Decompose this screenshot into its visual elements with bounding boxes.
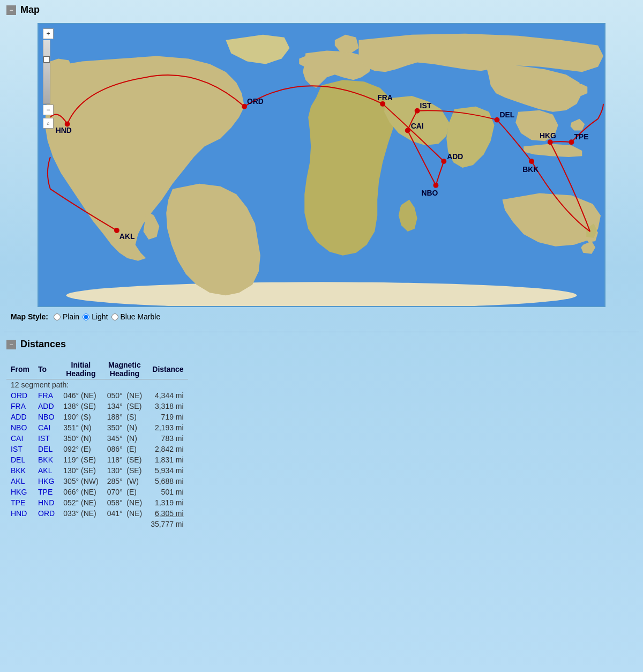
cell-from: ORD	[6, 390, 34, 401]
svg-point-10	[405, 128, 410, 133]
col-magnetic-heading: MagneticHeading	[103, 360, 147, 379]
table-row: ADD NBO 190° (S) 188° (S) 719 mi	[6, 412, 188, 422]
table-row: IST DEL 092° (E) 086° (E) 2,842 mi	[6, 444, 188, 454]
segment-info-row: 12 segment path:	[6, 379, 188, 391]
cell-init-heading: 033° (NE)	[59, 508, 103, 519]
svg-text:NBO: NBO	[422, 189, 438, 197]
svg-point-12	[441, 159, 446, 164]
cell-mag-heading: 285° (W)	[103, 476, 147, 487]
cell-init-heading: 119° (SE)	[59, 454, 103, 465]
map-style-light-label[interactable]: Light	[83, 312, 108, 321]
cell-to: AKL	[34, 465, 59, 476]
cell-from: FRA	[6, 401, 34, 412]
map-svg: HND ORD FRA IST CAI ADD NBO DEL BKK	[39, 24, 604, 306]
from-link[interactable]: ADD	[11, 413, 27, 421]
map-style-plain-label[interactable]: Plain	[54, 312, 79, 321]
cell-distance: 501 mi	[146, 487, 188, 497]
to-link[interactable]: IST	[38, 434, 50, 443]
map-style-light-radio[interactable]	[83, 313, 89, 320]
table-row: NBO CAI 351° (N) 350° (N) 2,193 mi	[6, 422, 188, 433]
map-collapse-button[interactable]: −	[6, 5, 16, 15]
zoom-out-button[interactable]: −	[43, 104, 54, 115]
to-link[interactable]: BKK	[38, 456, 53, 464]
zoom-controls: + − ⌂	[43, 28, 54, 129]
zoom-slider[interactable]	[43, 40, 50, 104]
map-style-bluemarble-text: Blue Marble	[121, 312, 161, 321]
to-link[interactable]: TPE	[38, 488, 53, 496]
from-link[interactable]: CAI	[11, 434, 23, 443]
cell-init-heading: 046° (NE)	[59, 390, 103, 401]
map-style-bluemarble-radio[interactable]	[111, 313, 118, 320]
distances-section-header: − Distances	[0, 334, 643, 354]
from-link[interactable]: HKG	[11, 488, 27, 496]
to-link[interactable]: HND	[38, 498, 54, 507]
col-from: From	[6, 360, 34, 379]
from-link[interactable]: TPE	[11, 498, 25, 507]
to-link[interactable]: AKL	[38, 466, 52, 475]
svg-text:HKG: HKG	[540, 131, 556, 140]
distances-collapse-button[interactable]: −	[6, 340, 16, 349]
cell-mag-heading: 345° (N)	[103, 433, 147, 444]
zoom-reset-button[interactable]: ⌂	[43, 118, 54, 129]
map-section-header: − Map	[0, 0, 643, 20]
svg-point-6	[380, 101, 385, 107]
to-link[interactable]: ORD	[38, 509, 55, 518]
svg-point-16	[495, 117, 500, 123]
cell-to: TPE	[34, 487, 59, 497]
cell-to: HND	[34, 497, 59, 508]
cell-to: NBO	[34, 412, 59, 422]
from-link[interactable]: AKL	[11, 477, 25, 486]
cell-from: AKL	[6, 476, 34, 487]
table-row: FRA ADD 138° (SE) 134° (SE) 3,318 mi	[6, 401, 188, 412]
svg-point-20	[548, 139, 553, 145]
cell-mag-heading: 041° (NE)	[103, 508, 147, 519]
svg-text:ORD: ORD	[247, 97, 264, 106]
from-link[interactable]: IST	[11, 445, 23, 453]
svg-text:IST: IST	[420, 101, 432, 110]
svg-text:CAI: CAI	[411, 122, 424, 130]
distances-table: From To InitialHeading MagneticHeading D…	[6, 360, 188, 529]
cell-mag-heading: 130° (SE)	[103, 465, 147, 476]
from-link[interactable]: DEL	[11, 456, 25, 464]
svg-text:HND: HND	[56, 126, 72, 135]
to-link[interactable]: CAI	[38, 423, 50, 432]
cell-mag-heading: 058° (NE)	[103, 497, 147, 508]
svg-point-14	[433, 183, 438, 188]
svg-point-24	[114, 228, 119, 233]
svg-text:AKL: AKL	[119, 232, 135, 241]
to-link[interactable]: NBO	[38, 413, 54, 421]
cell-distance: 5,934 mi	[146, 465, 188, 476]
from-link[interactable]: NBO	[11, 423, 27, 432]
cell-distance: 5,688 mi	[146, 476, 188, 487]
zoom-in-button[interactable]: +	[43, 28, 54, 39]
map-style-bluemarble-label[interactable]: Blue Marble	[111, 312, 161, 321]
cell-to: DEL	[34, 444, 59, 454]
from-link[interactable]: FRA	[11, 402, 26, 410]
cell-from: NBO	[6, 422, 34, 433]
col-distance: Distance	[146, 360, 188, 379]
map-style-plain-radio[interactable]	[54, 313, 61, 320]
distances-title: Distances	[20, 339, 66, 350]
from-link[interactable]: BKK	[11, 466, 26, 475]
table-row: CAI IST 350° (N) 345° (N) 783 mi	[6, 433, 188, 444]
cell-distance: 4,344 mi	[146, 390, 188, 401]
from-link[interactable]: HND	[11, 509, 27, 518]
cell-to: FRA	[34, 390, 59, 401]
table-row: HND ORD 033° (NE) 041° (NE) 6,305 mi	[6, 508, 188, 519]
col-initial-heading: InitialHeading	[59, 360, 103, 379]
to-link[interactable]: HKG	[38, 477, 54, 486]
to-link[interactable]: FRA	[38, 391, 53, 400]
cell-to: CAI	[34, 422, 59, 433]
cell-from: DEL	[6, 454, 34, 465]
section-divider	[4, 332, 639, 332]
from-link[interactable]: ORD	[11, 391, 27, 400]
map-title: Map	[20, 4, 40, 16]
cell-distance: 3,318 mi	[146, 401, 188, 412]
map-style-plain-text: Plain	[63, 312, 79, 321]
to-link[interactable]: DEL	[38, 445, 53, 453]
svg-point-22	[569, 139, 574, 145]
map-section: + − ⌂	[0, 20, 643, 330]
to-link[interactable]: ADD	[38, 402, 54, 410]
map-container[interactable]: + − ⌂	[38, 23, 605, 307]
total-row: 35,777 mi	[6, 519, 188, 529]
